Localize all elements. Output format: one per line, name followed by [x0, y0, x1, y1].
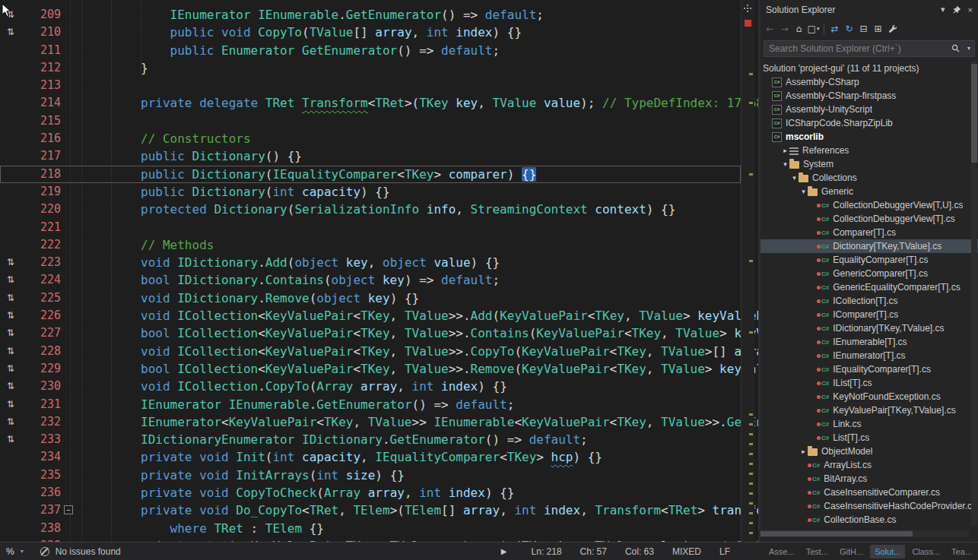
refresh-icon[interactable]: ↻: [843, 22, 856, 36]
tree-item[interactable]: C#KeyNotFoundException.cs: [760, 390, 978, 403]
back-icon[interactable]: ←: [764, 22, 776, 36]
line-number[interactable]: 213: [21, 77, 61, 94]
code-line[interactable]: ⇅228 void ICollection<KeyValuePair<TKey,…: [0, 343, 741, 360]
tree-item[interactable]: C#IEqualityComparer[T].cs: [760, 362, 978, 376]
code-line[interactable]: 236 private void CopyToCheck(Array array…: [0, 484, 741, 501]
error-indicator-icon[interactable]: [745, 20, 751, 27]
line-number[interactable]: 228: [21, 343, 61, 360]
tree-item[interactable]: C#CollectionDebuggerView[T].cs: [760, 212, 978, 226]
expand-arrow-icon[interactable]: ▸: [781, 147, 789, 154]
code-line[interactable]: ⇅227 bool ICollection<KeyValuePair<TKey,…: [0, 324, 741, 342]
pin-icon[interactable]: [952, 5, 961, 14]
line-number[interactable]: 239: [21, 537, 61, 542]
vertical-scrollbar[interactable]: [971, 61, 977, 527]
zoom-percent[interactable]: %: [6, 546, 14, 557]
line-number[interactable]: 209: [21, 6, 61, 24]
references-updown-icon[interactable]: ⇅: [0, 378, 21, 395]
scrollbar-thumb[interactable]: [971, 64, 977, 163]
code-line[interactable]: 234 private void Init(int capacity, IEqu…: [0, 448, 741, 466]
tree-item[interactable]: C#ICollection[T].cs: [760, 294, 978, 308]
expand-arrow-icon[interactable]: ▾: [790, 174, 799, 182]
code-line[interactable]: ⇅233 IDictionaryEnumerator IDictionary.G…: [0, 431, 741, 448]
references-updown-icon[interactable]: ⇅: [0, 431, 21, 448]
scrollbar-thumb[interactable]: [760, 531, 913, 536]
code-line[interactable]: ⇅224 bool IDictionary.Contains(object ke…: [0, 271, 741, 289]
forward-icon[interactable]: →: [778, 22, 791, 36]
tree-item[interactable]: C#GenericComparer[T].cs: [760, 267, 978, 280]
expand-output-icon[interactable]: ▶: [501, 547, 507, 555]
line-number[interactable]: 222: [21, 236, 61, 254]
tool-window-tab[interactable]: Class...: [907, 545, 945, 558]
code-line[interactable]: 211 public Enumerator GetEnumerator() =>…: [0, 42, 741, 59]
home-icon[interactable]: ⌂: [792, 22, 805, 36]
references-updown-icon[interactable]: ⇅: [0, 271, 21, 289]
line-number[interactable]: 223: [21, 254, 61, 271]
tree-item[interactable]: C#KeyValuePair[TKey,TValue].cs: [760, 403, 978, 417]
tree-item[interactable]: C#CaseInsensitiveHashCodeProvider.cs: [760, 499, 978, 513]
code-line[interactable]: 239 private static KeyValuePair<TKey, TV…: [0, 537, 741, 542]
expand-arrow-icon[interactable]: ▸: [799, 448, 808, 455]
references-updown-icon[interactable]: ⇅: [0, 396, 21, 413]
line-number[interactable]: 211: [21, 42, 61, 59]
code-line[interactable]: 216 // Constructors: [0, 130, 741, 147]
tree-item[interactable]: C#ICSharpCode.SharpZipLib: [760, 116, 978, 130]
tree-item[interactable]: C#IEnumerator[T].cs: [760, 349, 978, 362]
tree-item[interactable]: C#EqualityComparer[T].cs: [760, 253, 978, 267]
tree-item[interactable]: C#List[T].cs: [760, 431, 978, 445]
code-line[interactable]: 215: [0, 112, 741, 130]
tree-item[interactable]: C#Link.cs: [760, 417, 978, 431]
tree-item[interactable]: ▸References: [760, 144, 978, 157]
line-number[interactable]: 221: [21, 219, 61, 236]
horizontal-scrollbar[interactable]: [760, 530, 969, 537]
encoding-indicator[interactable]: MIXED: [672, 546, 701, 557]
collapse-all-icon[interactable]: ⊟: [857, 22, 870, 36]
tree-item[interactable]: C#CollectionDebuggerView[T,U].cs: [760, 198, 978, 212]
line-number[interactable]: 229: [21, 360, 61, 378]
line-number[interactable]: 231: [21, 396, 61, 413]
line-number[interactable]: 230: [21, 378, 61, 395]
code-line[interactable]: ⇅209 IEnumerator IEnumerable.GetEnumerat…: [0, 6, 741, 24]
references-updown-icon[interactable]: ⇅: [0, 24, 21, 41]
code-line[interactable]: ⇅210 public void CopyTo(TValue[] array, …: [0, 24, 741, 41]
tree-item[interactable]: C#IEnumerable[T].cs: [760, 335, 978, 349]
references-updown-icon[interactable]: ⇅: [0, 307, 21, 324]
tree-item[interactable]: C#mscorlib: [760, 130, 978, 144]
no-issues-icon[interactable]: [40, 547, 49, 556]
code-line[interactable]: 238 where TRet : TElem {}: [0, 520, 741, 537]
close-icon[interactable]: ×: [968, 5, 973, 14]
code-line[interactable]: ⇅231 IEnumerator IEnumerable.GetEnumerat…: [0, 396, 741, 413]
references-updown-icon[interactable]: ⇅: [0, 254, 21, 271]
code-line[interactable]: 222 // Methods: [0, 236, 741, 254]
code-line[interactable]: 212 }: [0, 59, 741, 77]
line-indicator[interactable]: Ln: 218: [532, 546, 562, 557]
tree-item[interactable]: C#BitArray.cs: [760, 472, 978, 486]
line-number[interactable]: 226: [21, 307, 61, 324]
line-number[interactable]: 235: [21, 467, 61, 484]
tree-item[interactable]: Solution 'project-gui' (11 of 11 project…: [760, 62, 978, 75]
code-line[interactable]: 220 protected Dictionary(SerializationIn…: [0, 201, 741, 218]
line-number[interactable]: 210: [21, 24, 61, 41]
editor-scrollbar[interactable]: [741, 0, 754, 542]
column-indicator[interactable]: Col: 63: [625, 546, 654, 557]
tree-item[interactable]: C#ArrayList.cs: [760, 458, 978, 472]
search-options-chevron-icon[interactable]: ▾: [967, 45, 970, 52]
window-position-chevron-icon[interactable]: ▾: [941, 5, 945, 14]
tree-item[interactable]: C#IDictionary[TKey,TValue].cs: [760, 321, 978, 335]
code-line[interactable]: 235 private void InitArrays(int size) {}: [0, 467, 741, 484]
line-number[interactable]: 234: [21, 448, 61, 466]
code-editor[interactable]: ⇅209 IEnumerator IEnumerable.GetEnumerat…: [0, 0, 758, 542]
line-number[interactable]: 232: [21, 413, 61, 431]
line-number[interactable]: 225: [21, 289, 61, 307]
code-line[interactable]: ⇅230 void ICollection.CopyTo(Array array…: [0, 378, 741, 395]
sync-with-active-document-icon[interactable]: ⇄: [828, 22, 841, 36]
tool-window-tab[interactable]: Solut...: [870, 545, 905, 558]
code-line[interactable]: 217 public Dictionary() {}: [0, 147, 741, 165]
tool-window-tab[interactable]: GitH...: [835, 545, 868, 558]
tool-window-tab[interactable]: Asse...: [764, 545, 799, 558]
code-line[interactable]: ⇅232 IEnumerator<KeyValuePair<TKey, TVal…: [0, 413, 741, 431]
expand-arrow-icon[interactable]: ▾: [799, 188, 808, 195]
references-updown-icon[interactable]: ⇅: [0, 324, 21, 342]
line-number[interactable]: 214: [21, 94, 61, 112]
line-number[interactable]: 215: [21, 112, 61, 130]
tool-window-tab[interactable]: Tea...: [947, 545, 976, 558]
